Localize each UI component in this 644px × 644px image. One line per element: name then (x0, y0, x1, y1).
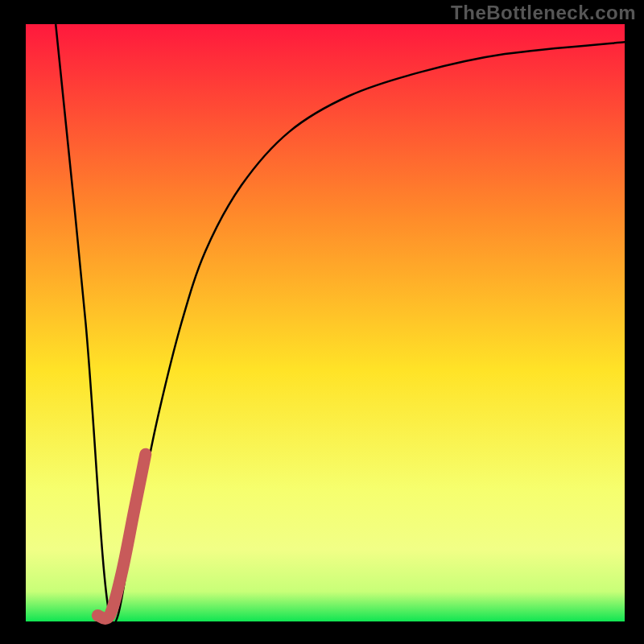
bottleneck-plot (0, 0, 644, 644)
chart-frame: TheBottleneck.com (0, 0, 644, 644)
plot-background (26, 24, 625, 621)
watermark-text: TheBottleneck.com (451, 2, 636, 24)
